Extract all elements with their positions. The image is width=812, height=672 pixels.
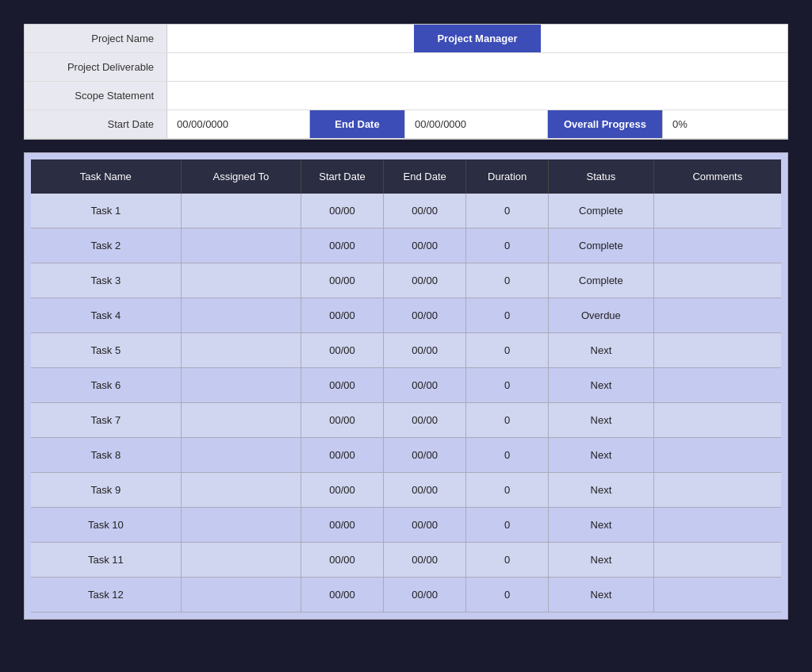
- cell-start-date[interactable]: 00/00: [301, 543, 384, 578]
- cell-comments[interactable]: [653, 228, 781, 263]
- cell-end-date[interactable]: 00/00: [384, 228, 466, 263]
- cell-assigned-to[interactable]: [181, 543, 301, 578]
- scope-statement-value[interactable]: [167, 82, 787, 109]
- cell-end-date[interactable]: 00/00: [384, 403, 466, 438]
- cell-status[interactable]: Next: [549, 368, 653, 403]
- end-date-button[interactable]: End Date: [310, 110, 405, 138]
- cell-end-date[interactable]: 00/00: [384, 263, 466, 298]
- cell-comments[interactable]: [653, 403, 781, 438]
- cell-assigned-to[interactable]: [181, 194, 301, 228]
- cell-end-date[interactable]: 00/00: [384, 543, 466, 578]
- cell-assigned-to[interactable]: [181, 438, 301, 473]
- cell-duration[interactable]: 0: [466, 194, 549, 228]
- cell-comments[interactable]: [653, 578, 781, 612]
- project-name-value[interactable]: [167, 25, 414, 52]
- cell-duration[interactable]: 0: [466, 578, 549, 612]
- cell-start-date[interactable]: 00/00: [301, 194, 384, 228]
- cell-start-date[interactable]: 00/00: [301, 438, 384, 473]
- cell-duration[interactable]: 0: [466, 403, 549, 438]
- cell-comments[interactable]: [653, 368, 781, 403]
- cell-task-name[interactable]: Task 3: [31, 263, 181, 298]
- cell-comments[interactable]: [653, 543, 781, 578]
- cell-comments[interactable]: [653, 194, 781, 228]
- cell-assigned-to[interactable]: [181, 508, 301, 543]
- cell-start-date[interactable]: 00/00: [301, 508, 384, 543]
- cell-task-name[interactable]: Task 4: [31, 298, 181, 333]
- cell-start-date[interactable]: 00/00: [301, 403, 384, 438]
- col-header-assigned-to: Assigned To: [181, 159, 301, 194]
- project-deliverable-label: Project Deliverable: [25, 53, 167, 81]
- cell-status[interactable]: Next: [549, 438, 653, 473]
- cell-duration[interactable]: 0: [466, 368, 549, 403]
- cell-start-date[interactable]: 00/00: [301, 473, 384, 508]
- start-date-value[interactable]: 00/00/0000: [167, 110, 310, 138]
- cell-status[interactable]: Next: [549, 333, 653, 368]
- cell-status[interactable]: Next: [549, 578, 653, 612]
- cell-status[interactable]: Complete: [549, 263, 653, 298]
- cell-start-date[interactable]: 00/00: [301, 298, 384, 333]
- dates-row: Start Date 00/00/0000 End Date 00/00/000…: [25, 110, 787, 139]
- project-manager-value[interactable]: [541, 25, 787, 52]
- cell-duration[interactable]: 0: [466, 298, 549, 333]
- cell-task-name[interactable]: Task 7: [31, 403, 181, 438]
- cell-start-date[interactable]: 00/00: [301, 333, 384, 368]
- cell-status[interactable]: Next: [549, 508, 653, 543]
- cell-start-date[interactable]: 00/00: [301, 578, 384, 612]
- cell-end-date[interactable]: 00/00: [384, 298, 466, 333]
- end-date-value[interactable]: 00/00/0000: [405, 110, 548, 138]
- project-deliverable-value[interactable]: [167, 53, 787, 81]
- cell-start-date[interactable]: 00/00: [301, 263, 384, 298]
- cell-assigned-to[interactable]: [181, 473, 301, 508]
- cell-duration[interactable]: 0: [466, 228, 549, 263]
- cell-assigned-to[interactable]: [181, 368, 301, 403]
- task-table: Task Name Assigned To Start Date End Dat…: [31, 159, 781, 612]
- cell-end-date[interactable]: 00/00: [384, 508, 466, 543]
- cell-comments[interactable]: [653, 508, 781, 543]
- cell-status[interactable]: Next: [549, 543, 653, 578]
- cell-end-date[interactable]: 00/00: [384, 194, 466, 228]
- cell-assigned-to[interactable]: [181, 263, 301, 298]
- cell-duration[interactable]: 0: [466, 438, 549, 473]
- cell-status[interactable]: Next: [549, 473, 653, 508]
- cell-duration[interactable]: 0: [466, 473, 549, 508]
- cell-start-date[interactable]: 00/00: [301, 368, 384, 403]
- cell-status[interactable]: Overdue: [549, 298, 653, 333]
- cell-assigned-to[interactable]: [181, 228, 301, 263]
- cell-status[interactable]: Complete: [549, 228, 653, 263]
- cell-end-date[interactable]: 00/00: [384, 368, 466, 403]
- cell-comments[interactable]: [653, 438, 781, 473]
- cell-duration[interactable]: 0: [466, 543, 549, 578]
- overall-progress-button[interactable]: Overall Progress: [548, 110, 663, 138]
- cell-comments[interactable]: [653, 333, 781, 368]
- cell-assigned-to[interactable]: [181, 578, 301, 612]
- cell-task-name[interactable]: Task 8: [31, 438, 181, 473]
- cell-assigned-to[interactable]: [181, 403, 301, 438]
- table-row: Task 600/0000/000Next: [31, 368, 781, 403]
- cell-status[interactable]: Complete: [549, 194, 653, 228]
- cell-assigned-to[interactable]: [181, 298, 301, 333]
- cell-task-name[interactable]: Task 2: [31, 228, 181, 263]
- cell-task-name[interactable]: Task 6: [31, 368, 181, 403]
- project-manager-button[interactable]: Project Manager: [414, 25, 541, 52]
- cell-task-name[interactable]: Task 11: [31, 543, 181, 578]
- cell-duration[interactable]: 0: [466, 508, 549, 543]
- cell-end-date[interactable]: 00/00: [384, 438, 466, 473]
- cell-task-name[interactable]: Task 9: [31, 473, 181, 508]
- cell-end-date[interactable]: 00/00: [384, 473, 466, 508]
- cell-duration[interactable]: 0: [466, 333, 549, 368]
- cell-comments[interactable]: [653, 263, 781, 298]
- project-name-label: Project Name: [25, 25, 167, 52]
- cell-duration[interactable]: 0: [466, 263, 549, 298]
- cell-task-name[interactable]: Task 5: [31, 333, 181, 368]
- cell-comments[interactable]: [653, 473, 781, 508]
- cell-task-name[interactable]: Task 1: [31, 194, 181, 228]
- col-header-status: Status: [549, 159, 653, 194]
- cell-status[interactable]: Next: [549, 403, 653, 438]
- cell-assigned-to[interactable]: [181, 333, 301, 368]
- cell-end-date[interactable]: 00/00: [384, 333, 466, 368]
- cell-task-name[interactable]: Task 12: [31, 578, 181, 612]
- cell-comments[interactable]: [653, 298, 781, 333]
- cell-task-name[interactable]: Task 10: [31, 508, 181, 543]
- cell-start-date[interactable]: 00/00: [301, 228, 384, 263]
- cell-end-date[interactable]: 00/00: [384, 578, 466, 612]
